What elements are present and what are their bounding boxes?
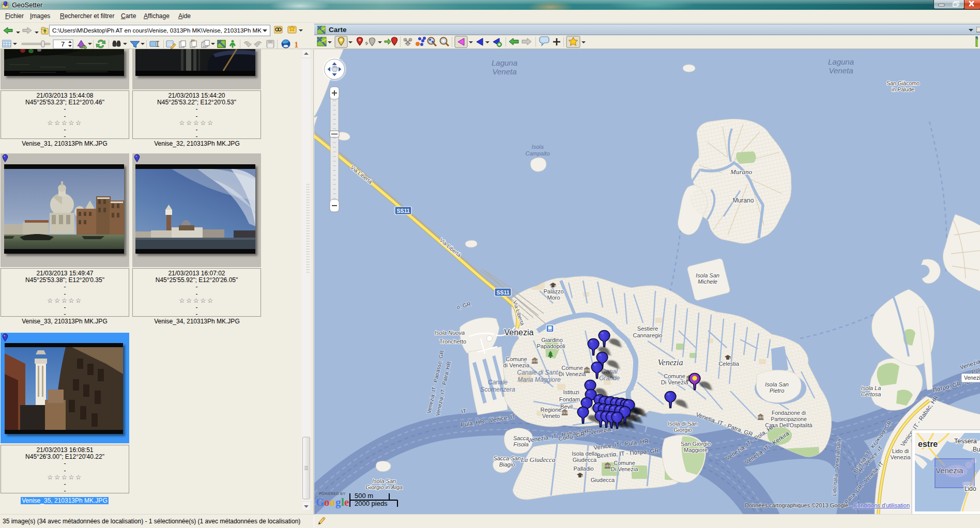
svg-text:Canale di Santa: Canale di Santa <box>517 369 561 376</box>
svg-text:Regione: Regione <box>541 407 562 413</box>
svg-text:Giudecca: Giudecca <box>573 457 597 463</box>
svg-text:Veneta: Veneta <box>829 66 853 75</box>
svg-text:Bu: Bu <box>973 446 980 453</box>
svg-text:SS11: SS11 <box>496 289 509 296</box>
svg-text:in Palude: in Palude <box>892 86 914 92</box>
svg-text:Isola San: Isola San <box>696 272 719 278</box>
svg-text:La Giudecca: La Giudecca <box>520 456 556 463</box>
svg-text:g: g <box>335 496 341 508</box>
svg-text:Comune: Comune <box>561 365 583 371</box>
svg-text:o: o <box>330 496 335 508</box>
svg-text:SS11: SS11 <box>396 208 409 214</box>
svg-text:Lido: Lido <box>964 485 976 492</box>
svg-text:Tessera: Tessera <box>954 438 977 445</box>
svg-text:Giardino: Giardino <box>541 337 563 343</box>
svg-text:San Giorgio: San Giorgio <box>681 441 711 447</box>
svg-text:e: e <box>344 496 349 508</box>
svg-text:Istituzi: Istituzi <box>563 389 579 395</box>
svg-text:Veneto: Veneto <box>542 413 560 419</box>
svg-text:Venezia: Venezia <box>936 466 963 475</box>
svg-text:o: o <box>324 496 330 508</box>
svg-text:Certosa: Certosa <box>861 391 881 397</box>
svg-text:Fondam: Fondam <box>559 396 580 402</box>
svg-text:Fondazione di: Fondazione di <box>772 410 806 416</box>
svg-text:Pietro: Pietro <box>770 387 785 394</box>
svg-text:Giudecca: Giudecca <box>591 477 615 483</box>
svg-text:Lido di: Lido di <box>892 448 909 454</box>
svg-text:Giorgio in Alga: Giorgio in Alga <box>365 484 403 490</box>
svg-text:500 m: 500 m <box>355 492 373 500</box>
svg-text:Comune: Comune <box>614 460 635 466</box>
svg-text:Venezia: Venezia <box>658 358 683 367</box>
svg-text:7: 7 <box>61 40 65 48</box>
svg-text:Isola della: Isola della <box>572 451 598 457</box>
svg-text:Tronchetto: Tronchetto <box>439 338 466 345</box>
svg-text:Venezia: Venezia <box>890 454 911 460</box>
svg-text:Isola La: Isola La <box>861 385 881 391</box>
svg-text:Scomenzera: Scomenzera <box>480 386 515 393</box>
svg-text:Données cartographiques ©2013: Données cartographiques ©2013 Google - C… <box>745 502 910 508</box>
svg-text:Isola San: Isola San <box>372 478 396 484</box>
svg-text:Cannaregio: Cannaregio <box>633 332 663 338</box>
svg-text:Sestiere: Sestiere <box>637 325 658 332</box>
svg-text:Palladio: Palladio <box>573 465 593 472</box>
svg-text:Michele: Michele <box>698 278 717 285</box>
svg-text:Maria Maggiore: Maria Maggiore <box>517 376 561 383</box>
svg-text:G: G <box>316 496 324 508</box>
svg-text:Di Venezia: Di Venezia <box>661 379 688 385</box>
svg-text:Celestia: Celestia <box>718 361 740 367</box>
svg-text:estre: estre <box>918 440 938 448</box>
svg-text:Sacca San: Sacca San <box>493 455 520 461</box>
svg-text:Comune: Comune <box>506 356 527 362</box>
svg-text:Giorgio: Giorgio <box>673 427 692 433</box>
svg-text:Veneta: Veneta <box>493 67 517 76</box>
svg-text:Isola: Isola <box>531 144 543 150</box>
svg-text:Venezia: Venezia <box>504 328 534 337</box>
svg-text:Isola Nuova: Isola Nuova <box>435 330 465 336</box>
svg-text:POWERED BY: POWERED BY <box>319 492 345 495</box>
svg-text:Comune: Comune <box>664 373 685 379</box>
svg-text:Fisola: Fisola <box>513 441 528 447</box>
svg-text:Venezia: Venezia <box>964 375 980 381</box>
svg-text:Laguna: Laguna <box>828 57 854 66</box>
svg-text:San Giàcomo: San Giàcomo <box>886 80 920 86</box>
svg-text:Isola San: Isola San <box>765 381 789 387</box>
svg-text:Papadopoli: Papadopoli <box>537 343 565 349</box>
svg-text:IT: IT <box>461 408 467 414</box>
svg-text:Di Venezia: Di Venezia <box>611 466 638 472</box>
svg-text:Biagio: Biagio <box>499 461 515 468</box>
svg-text:Di Venezia: Di Venezia <box>559 371 586 377</box>
svg-text:Partecipazione: Partecipazione <box>771 416 807 422</box>
svg-text:Moro: Moro <box>547 294 560 301</box>
svg-text:Laguna: Laguna <box>492 58 517 67</box>
svg-text:1: 1 <box>294 40 299 49</box>
svg-text:Isola di San: Isola di San <box>668 421 697 427</box>
svg-text:Canale: Canale <box>488 379 508 386</box>
svg-text:Murano: Murano <box>730 168 752 176</box>
svg-text:2000 pieds: 2000 pieds <box>355 500 388 507</box>
svg-text:Campalto: Campalto <box>525 150 549 157</box>
svg-text:Palazzo: Palazzo <box>543 288 563 294</box>
svg-text:di Venezia: di Venezia <box>503 362 530 368</box>
svg-text:Murano: Murano <box>733 197 754 204</box>
svg-text:Maggiore: Maggiore <box>684 447 708 453</box>
svg-text:Bevil: Bevil <box>560 403 573 410</box>
